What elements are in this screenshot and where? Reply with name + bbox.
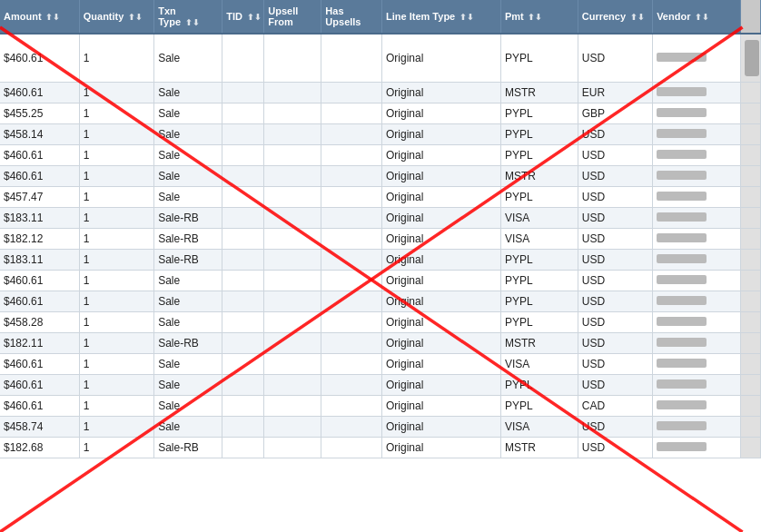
column-header-pmt[interactable]: Pmt ⬆⬇	[500, 0, 578, 34]
table-row[interactable]: $460.611SaleOriginalMSTREUR	[0, 83, 761, 103]
cell-txntype: Sale	[154, 83, 222, 103]
vendor-value-blurred	[657, 379, 707, 389]
sort-icon-lineitem[interactable]: ⬆⬇	[457, 13, 474, 22]
cell-vendor	[653, 187, 741, 208]
cell-txntype: Sale	[154, 103, 222, 124]
cell-quantity: 1	[79, 208, 153, 229]
column-header-hasupsells: HasUpsells	[321, 0, 382, 34]
cell-upsell	[264, 354, 321, 375]
vendor-value-blurred	[657, 400, 707, 409]
table-row[interactable]: $460.611SaleOriginalPYPLCAD	[0, 396, 761, 417]
cell-tid	[222, 229, 264, 250]
cell-txntype: Sale	[154, 124, 222, 145]
cell-txntype: Sale	[154, 145, 222, 166]
cell-txntype: Sale	[154, 354, 222, 375]
cell-quantity: 1	[79, 333, 153, 354]
cell-currency: USD	[578, 145, 652, 166]
table-row[interactable]: $460.611SaleOriginalMSTRUSD	[0, 166, 761, 187]
sort-icon-quantity[interactable]: ⬆⬇	[125, 13, 143, 22]
scrollbar-cell	[741, 417, 761, 438]
cell-lineitem: Original	[382, 103, 501, 124]
cell-lineitem: Original	[382, 354, 501, 375]
cell-currency: USD	[578, 208, 652, 229]
cell-amount: $460.61	[0, 166, 79, 187]
cell-quantity: 1	[79, 103, 153, 124]
data-table-container: Amount ⬆⬇Quantity ⬆⬇TxnType ⬆⬇TID ⬆⬇Upse…	[0, 0, 761, 532]
column-header-lineitem[interactable]: Line Item Type ⬆⬇	[382, 0, 501, 34]
cell-lineitem: Original	[382, 250, 501, 271]
cell-lineitem: Original	[382, 229, 501, 250]
cell-tid	[222, 375, 264, 396]
cell-vendor	[653, 83, 741, 103]
vendor-value-blurred	[657, 442, 707, 451]
cell-tid	[222, 145, 264, 166]
cell-lineitem: Original	[382, 417, 501, 438]
vendor-value-blurred	[657, 150, 707, 159]
scrollbar-cell	[741, 396, 761, 417]
vendor-value-blurred	[657, 275, 707, 284]
table-row[interactable]: $455.251SaleOriginalPYPLGBP	[0, 103, 761, 124]
scrollbar-cell	[741, 124, 761, 145]
table-row[interactable]: $460.611SaleOriginalPYPLUSD	[0, 34, 761, 83]
cell-currency: USD	[578, 34, 652, 83]
header-label-amount: Amount	[4, 11, 42, 22]
table-row[interactable]: $183.111Sale-RBOriginalVISAUSD	[0, 208, 761, 229]
cell-tid	[222, 396, 264, 417]
cell-upsell	[264, 250, 321, 271]
sort-icon-amount[interactable]: ⬆⬇	[44, 13, 61, 22]
cell-currency: USD	[578, 333, 652, 354]
table-row[interactable]: $182.681Sale-RBOriginalMSTRUSD	[0, 438, 761, 458]
table-row[interactable]: $458.281SaleOriginalPYPLUSD	[0, 312, 761, 333]
column-header-currency[interactable]: Currency ⬆⬇	[578, 0, 652, 34]
scrollbar-thumb[interactable]	[745, 40, 759, 76]
vendor-value-blurred	[657, 296, 707, 305]
table-row[interactable]: $182.111Sale-RBOriginalMSTRUSD	[0, 333, 761, 354]
cell-amount: $458.14	[0, 124, 79, 145]
cell-vendor	[653, 208, 741, 229]
vendor-value-blurred	[657, 53, 707, 62]
table-row[interactable]: $460.611SaleOriginalPYPLUSD	[0, 145, 761, 166]
cell-vendor	[653, 166, 741, 187]
sort-icon-tid[interactable]: ⬆⬇	[244, 13, 262, 22]
table-row[interactable]: $460.611SaleOriginalVISAUSD	[0, 354, 761, 375]
cell-pmt: VISA	[500, 417, 578, 438]
cell-quantity: 1	[79, 187, 153, 208]
column-header-quantity[interactable]: Quantity ⬆⬇	[79, 0, 153, 34]
sort-icon-txntype[interactable]: ⬆⬇	[183, 18, 200, 27]
cell-upsell	[264, 208, 321, 229]
cell-tid	[222, 333, 264, 354]
cell-hasupsells	[321, 291, 382, 312]
column-header-amount[interactable]: Amount ⬆⬇	[0, 0, 79, 34]
sort-icon-pmt[interactable]: ⬆⬇	[526, 13, 543, 22]
cell-pmt: PYPL	[500, 34, 578, 83]
table-row[interactable]: $457.471SaleOriginalPYPLUSD	[0, 187, 761, 208]
cell-lineitem: Original	[382, 396, 501, 417]
scrollbar-cell	[741, 103, 761, 124]
table-row[interactable]: $460.611SaleOriginalPYPLUSD	[0, 375, 761, 396]
column-header-txntype[interactable]: TxnType ⬆⬇	[154, 0, 222, 34]
cell-txntype: Sale	[154, 291, 222, 312]
sort-icon-currency[interactable]: ⬆⬇	[628, 13, 645, 22]
cell-quantity: 1	[79, 271, 153, 291]
column-header-vendor[interactable]: Vendor ⬆⬇	[653, 0, 741, 34]
cell-upsell	[264, 312, 321, 333]
cell-amount: $460.61	[0, 145, 79, 166]
header-label-quantity: Quantity	[84, 11, 124, 22]
table-row[interactable]: $182.121Sale-RBOriginalVISAUSD	[0, 229, 761, 250]
cell-amount: $460.61	[0, 34, 79, 83]
cell-upsell	[264, 417, 321, 438]
table-row[interactable]: $458.741SaleOriginalVISAUSD	[0, 417, 761, 438]
cell-hasupsells	[321, 312, 382, 333]
cell-pmt: PYPL	[500, 396, 578, 417]
cell-txntype: Sale	[154, 166, 222, 187]
table-row[interactable]: $460.611SaleOriginalPYPLUSD	[0, 271, 761, 291]
table-row[interactable]: $183.111Sale-RBOriginalPYPLUSD	[0, 250, 761, 271]
sort-icon-vendor[interactable]: ⬆⬇	[692, 13, 709, 22]
table-row[interactable]: $460.611SaleOriginalPYPLUSD	[0, 291, 761, 312]
table-header-row: Amount ⬆⬇Quantity ⬆⬇TxnType ⬆⬇TID ⬆⬇Upse…	[0, 0, 761, 34]
column-header-tid[interactable]: TID ⬆⬇	[222, 0, 264, 34]
cell-quantity: 1	[79, 250, 153, 271]
table-row[interactable]: $458.141SaleOriginalPYPLUSD	[0, 124, 761, 145]
cell-currency: USD	[578, 312, 652, 333]
scrollbar-cell	[741, 333, 761, 354]
